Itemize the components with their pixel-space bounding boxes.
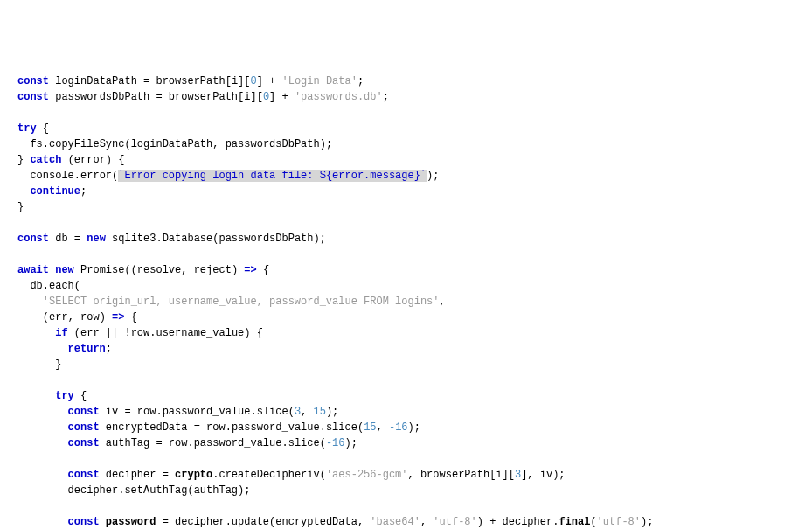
token-id: slice bbox=[288, 437, 320, 449]
code-line: const loginDataPath = browserPath[i][0] … bbox=[17, 73, 795, 89]
token-str: 'passwords.db' bbox=[295, 91, 383, 103]
token-num: 15 bbox=[314, 406, 326, 418]
token-punct: ); bbox=[552, 469, 565, 481]
code-line: if (err || !row.username_value) { bbox=[17, 325, 795, 341]
token-punct: , bbox=[301, 406, 313, 418]
token-tstr: `Error copying login data file: ${error.… bbox=[118, 170, 427, 182]
code-line: try { bbox=[17, 388, 795, 404]
token-punct: ); bbox=[320, 138, 332, 150]
token-id: err bbox=[80, 327, 106, 339]
token-punct: [ bbox=[226, 75, 232, 87]
token-id: createDecipheriv bbox=[219, 469, 319, 481]
token-id: row bbox=[131, 406, 156, 418]
token-kw: new bbox=[55, 264, 74, 276]
token-punct: ( bbox=[124, 138, 130, 150]
token-punct: . bbox=[74, 170, 80, 182]
token-id: browserPath bbox=[420, 469, 489, 481]
code-line: db.each( bbox=[17, 278, 795, 294]
token-id: resolve bbox=[137, 264, 181, 276]
token-id: authTag bbox=[194, 484, 238, 497]
token-punct: { bbox=[37, 122, 49, 135]
token-id: password_value bbox=[232, 421, 320, 434]
code-line bbox=[17, 215, 795, 231]
token-kw: new bbox=[87, 233, 106, 245]
token-id bbox=[169, 469, 175, 481]
token-punct: ) bbox=[477, 516, 489, 528]
token-num: 0 bbox=[263, 91, 269, 103]
code-line: const encryptedData = row.password_value… bbox=[17, 420, 795, 435]
token-id: row bbox=[131, 327, 150, 339]
token-kw: const bbox=[68, 469, 100, 481]
code-line: console.error(`Error copying login data … bbox=[17, 168, 795, 184]
token-punct: ; bbox=[357, 75, 364, 87]
token-num: 0 bbox=[250, 75, 256, 87]
token-id: authTag bbox=[100, 437, 156, 449]
code-line bbox=[17, 105, 795, 121]
token-punct: ) bbox=[100, 311, 112, 324]
code-line: const passwordsDbPath = browserPath[i][0… bbox=[17, 89, 795, 105]
token-punct: ( bbox=[320, 469, 326, 481]
code-line bbox=[17, 247, 795, 262]
token-id: slice bbox=[326, 421, 357, 434]
token-punct: ); bbox=[427, 170, 439, 182]
token-kw: if bbox=[55, 327, 67, 339]
token-punct: = bbox=[194, 421, 200, 434]
token-kw: => bbox=[244, 264, 256, 276]
token-kw: const bbox=[17, 233, 49, 245]
token-id: row bbox=[80, 311, 100, 324]
token-id: password_value bbox=[163, 406, 251, 418]
token-id: decipher bbox=[100, 469, 163, 481]
token-id: decipher bbox=[169, 516, 226, 528]
token-id: password bbox=[106, 516, 156, 528]
token-punct: ] bbox=[257, 75, 263, 87]
token-punct: ) bbox=[232, 264, 244, 276]
code-line: return; bbox=[17, 341, 795, 357]
token-punct: , bbox=[440, 296, 446, 308]
token-kw: const bbox=[68, 437, 100, 449]
token-punct: ) { bbox=[244, 327, 263, 339]
token-id: row bbox=[200, 421, 226, 434]
token-punct: ][ bbox=[250, 91, 262, 103]
token-id: encryptedData bbox=[275, 516, 357, 528]
token-punct: ( bbox=[288, 406, 295, 418]
token-punct: ); bbox=[314, 233, 326, 245]
token-id: crypto bbox=[175, 469, 212, 481]
token-punct: || bbox=[106, 327, 118, 339]
token-punct: . bbox=[281, 437, 288, 449]
token-id: Promise bbox=[74, 264, 125, 276]
token-kw: try bbox=[55, 390, 74, 402]
token-punct: , bbox=[408, 469, 420, 481]
token-str: 'Login Data' bbox=[282, 75, 357, 87]
code-line: } bbox=[17, 199, 795, 215]
token-id bbox=[288, 91, 295, 103]
token-punct: . bbox=[43, 280, 49, 292]
token-punct: ); bbox=[345, 437, 357, 449]
token-punct: ; bbox=[80, 185, 87, 198]
token-punct: . bbox=[156, 233, 162, 245]
token-punct: } bbox=[55, 358, 61, 371]
token-id: fs bbox=[30, 138, 42, 150]
code-block: const loginDataPath = browserPath[i][0] … bbox=[17, 73, 795, 529]
token-id: i bbox=[232, 75, 238, 87]
token-id: error bbox=[80, 170, 112, 182]
token-punct: { bbox=[124, 311, 136, 324]
token-kw: const bbox=[17, 91, 49, 103]
token-kw: const bbox=[68, 421, 100, 434]
code-line: decipher.setAuthTag(authTag); bbox=[17, 483, 795, 498]
token-id: reject bbox=[194, 264, 232, 276]
token-id bbox=[100, 516, 106, 528]
token-id: decipher bbox=[68, 484, 119, 497]
token-kw: const bbox=[68, 516, 100, 528]
token-id: each bbox=[49, 280, 74, 292]
token-id: iv bbox=[540, 469, 552, 481]
token-punct: + bbox=[281, 91, 288, 103]
token-num: -16 bbox=[389, 421, 408, 434]
token-punct: ) { bbox=[106, 154, 125, 166]
token-id: err bbox=[49, 311, 68, 324]
token-kw: continue bbox=[30, 185, 80, 198]
token-id: password_value bbox=[194, 437, 282, 449]
token-str: 'base64' bbox=[370, 516, 420, 528]
token-str: 'aes-256-gcm' bbox=[326, 469, 408, 481]
token-id: passwordsDbPath bbox=[219, 233, 313, 245]
token-punct: , bbox=[212, 138, 225, 150]
